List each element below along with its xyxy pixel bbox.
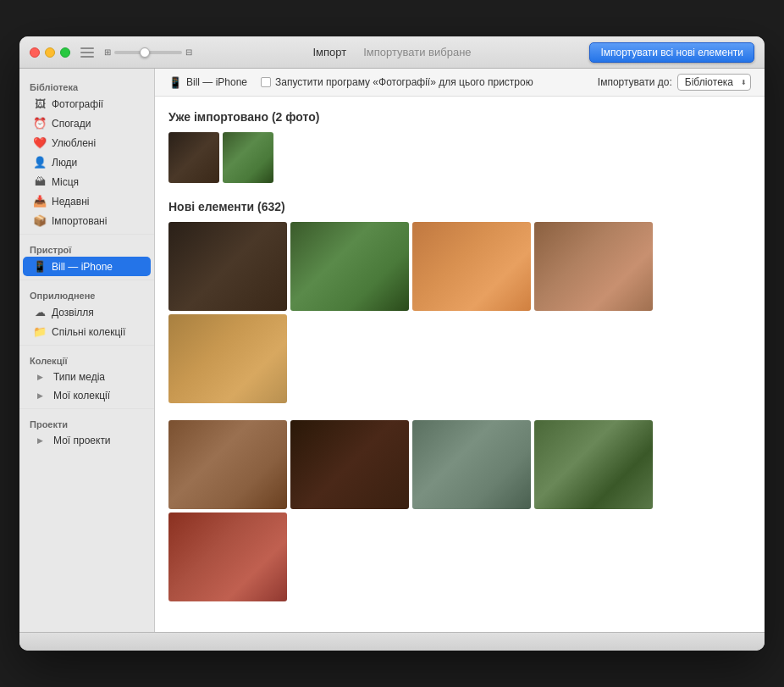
sidebar-item-label: Мої проекти bbox=[53, 435, 111, 446]
sidebar-item-label: Bill — iPhone bbox=[52, 261, 113, 273]
sidebar-item-label: Дозвілля bbox=[52, 307, 94, 319]
memories-icon: ⏰ bbox=[33, 117, 47, 130]
sidebar-item-media-types[interactable]: ▶ Типи медіа bbox=[23, 368, 151, 386]
divider-1 bbox=[19, 234, 154, 235]
projects-section-header: Проекти bbox=[19, 413, 154, 431]
list-item[interactable] bbox=[290, 420, 409, 509]
sidebar-item-memories[interactable]: ⏰ Спогади bbox=[23, 114, 151, 133]
dropdown-arrow-icon: ⬇ bbox=[741, 79, 747, 86]
sidebar-item-label: Фотографії bbox=[52, 98, 103, 110]
content-area: 📱 Bill — iPhone Запустити програму «Фото… bbox=[155, 69, 765, 632]
sidebar-item-label: Місця bbox=[52, 176, 79, 188]
import-selected-tab[interactable]: Імпортувати вибране bbox=[363, 46, 471, 58]
divider-2 bbox=[19, 280, 154, 280]
sidebar-item-my-collections[interactable]: ▶ Мої колекції bbox=[23, 386, 151, 405]
device-name-label: 📱 Bill — iPhone bbox=[168, 76, 247, 89]
new-items-label: Нові елементи (632) bbox=[168, 200, 751, 213]
slider-handle bbox=[140, 47, 150, 58]
expand-icon: ▶ bbox=[33, 436, 47, 445]
sidebar-item-my-projects[interactable]: ▶ Мої проекти bbox=[23, 431, 151, 450]
sidebar-item-label: Люди bbox=[52, 157, 77, 169]
cloud-icon: ☁ bbox=[33, 306, 47, 319]
device-bar: 📱 Bill — iPhone Запустити програму «Фото… bbox=[155, 69, 765, 97]
list-item[interactable] bbox=[168, 420, 287, 509]
sidebar-item-label: Мої колекції bbox=[53, 390, 110, 402]
list-item[interactable] bbox=[223, 132, 273, 183]
main-content: Бібліотека 🖼 Фотографії ⏰ Спогади ❤️ Улю… bbox=[19, 69, 765, 632]
list-item[interactable] bbox=[534, 222, 653, 311]
import-destination-dropdown[interactable]: Бібліотека ⬇ bbox=[677, 74, 751, 91]
traffic-lights bbox=[30, 47, 70, 58]
favorites-icon: ❤️ bbox=[33, 136, 47, 149]
import-all-button[interactable]: Імпортувати всі нові елементи bbox=[589, 42, 754, 63]
device-phone-icon: 📱 bbox=[168, 76, 182, 89]
sidebar-item-label: Недавні bbox=[52, 196, 89, 208]
device-name-text: Bill — iPhone bbox=[186, 76, 247, 88]
list-item[interactable] bbox=[412, 222, 531, 311]
sidebar-item-recent[interactable]: 📥 Недавні bbox=[23, 191, 151, 211]
list-item[interactable] bbox=[290, 222, 409, 311]
sidebar-item-imported[interactable]: 📦 Імпортовані bbox=[23, 211, 151, 230]
sidebar-item-label: Типи медіа bbox=[53, 371, 105, 383]
bottom-bar bbox=[19, 632, 765, 651]
published-section-header: Оприлюднене bbox=[19, 284, 154, 302]
sidebar: Бібліотека 🖼 Фотографії ⏰ Спогади ❤️ Улю… bbox=[19, 69, 155, 632]
close-button[interactable] bbox=[30, 47, 40, 58]
imported-icon: 📦 bbox=[33, 214, 47, 227]
main-window: ⊞ ⊟ Імпорт Імпортувати вибране Імпортува… bbox=[19, 36, 765, 651]
titlebar-controls: ⊞ ⊟ bbox=[80, 47, 192, 58]
sidebar-item-leisure[interactable]: ☁ Дозвілля bbox=[23, 302, 151, 322]
sidebar-item-favorites[interactable]: ❤️ Улюблені bbox=[23, 133, 151, 152]
list-item[interactable] bbox=[168, 222, 287, 311]
divider-3 bbox=[19, 345, 154, 346]
launch-photos-checkbox-container[interactable]: Запустити програму «Фотографії» для цьог… bbox=[261, 76, 533, 88]
sidebar-item-bill-iphone[interactable]: 📱 Bill — iPhone bbox=[23, 257, 151, 276]
list-item[interactable] bbox=[412, 420, 531, 509]
people-icon: 👤 bbox=[33, 156, 47, 169]
sidebar-item-label: Улюблені bbox=[52, 137, 96, 149]
expand-icon: ▶ bbox=[33, 391, 47, 400]
devices-section-header: Пристрої bbox=[19, 238, 154, 257]
import-to-label: Імпортувати до: bbox=[598, 76, 672, 88]
places-icon: 🏔 bbox=[33, 175, 47, 188]
photos-area: Уже імпортовано (2 фото) Нові елементи (… bbox=[155, 97, 765, 632]
new-items-grid-row1 bbox=[168, 222, 751, 403]
sidebar-item-shared-collections[interactable]: 📁 Спільні колекції bbox=[23, 322, 151, 341]
titlebar: ⊞ ⊟ Імпорт Імпортувати вибране Імпортува… bbox=[19, 36, 765, 69]
photos-icon: 🖼 bbox=[33, 97, 47, 110]
list-item[interactable] bbox=[168, 314, 287, 403]
titlebar-right: Імпортувати всі нові елементи bbox=[589, 42, 754, 63]
launch-photos-text: Запустити програму «Фотографії» для цьог… bbox=[275, 76, 533, 88]
sidebar-item-photos[interactable]: 🖼 Фотографії bbox=[23, 94, 151, 114]
divider-4 bbox=[19, 408, 154, 409]
import-tab[interactable]: Імпорт bbox=[312, 46, 346, 58]
sidebar-item-label: Імпортовані bbox=[52, 215, 107, 227]
minimize-button[interactable] bbox=[45, 47, 55, 58]
import-destination-container: Імпортувати до: Бібліотека ⬇ bbox=[598, 74, 751, 91]
list-item[interactable] bbox=[168, 512, 287, 601]
collections-section-header: Колекції bbox=[19, 349, 154, 368]
library-section-header: Бібліотека bbox=[19, 75, 154, 94]
new-items-grid-row2 bbox=[168, 420, 751, 601]
already-imported-grid bbox=[168, 132, 751, 183]
maximize-button[interactable] bbox=[60, 47, 70, 58]
shared-icon: 📁 bbox=[33, 325, 47, 338]
thumbnail-small-icon: ⊞ bbox=[104, 47, 111, 57]
launch-photos-checkbox[interactable] bbox=[261, 77, 271, 87]
sidebar-item-places[interactable]: 🏔 Місця bbox=[23, 172, 151, 191]
titlebar-title-area: Імпорт Імпортувати вибране bbox=[312, 46, 471, 58]
iphone-icon: 📱 bbox=[33, 260, 47, 273]
sidebar-item-people[interactable]: 👤 Люди bbox=[23, 152, 151, 172]
recent-icon: 📥 bbox=[33, 195, 47, 208]
list-item[interactable] bbox=[168, 132, 219, 183]
expand-icon: ▶ bbox=[33, 373, 47, 381]
thumbnail-size-slider-container: ⊞ ⊟ bbox=[104, 47, 192, 57]
import-destination-value: Бібліотека bbox=[685, 76, 733, 88]
sidebar-toggle-button[interactable] bbox=[80, 47, 94, 58]
sidebar-item-label: Спогади bbox=[52, 118, 91, 130]
sidebar-item-label: Спільні колекції bbox=[52, 326, 125, 338]
list-item[interactable] bbox=[534, 420, 653, 509]
thumbnail-size-slider[interactable] bbox=[114, 51, 182, 54]
thumbnail-large-icon: ⊟ bbox=[185, 47, 192, 57]
already-imported-label: Уже імпортовано (2 фото) bbox=[168, 110, 751, 124]
